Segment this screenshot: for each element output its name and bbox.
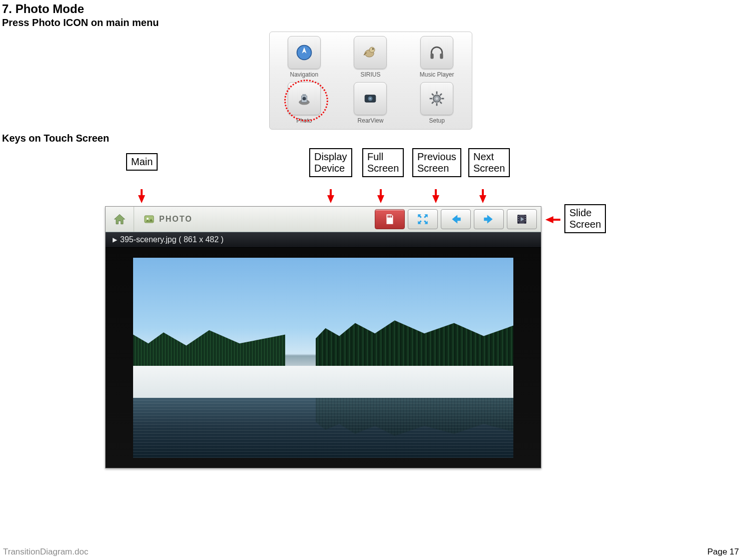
gear-icon: [420, 82, 453, 115]
menu-label: RearView: [358, 117, 384, 124]
filmstrip-icon: [515, 213, 528, 226]
home-icon: [113, 212, 127, 226]
photo-image: [133, 258, 513, 458]
callout-next-screen: Next Screen: [468, 148, 510, 177]
callout-full-screen: Full Screen: [362, 148, 404, 177]
rearview-icon: [354, 82, 387, 115]
svg-line-21: [440, 94, 442, 96]
svg-rect-35: [525, 218, 526, 219]
svg-point-24: [147, 218, 149, 220]
keys-title: Keys on Touch Screen: [2, 133, 739, 144]
camera-icon: [288, 82, 321, 115]
svg-point-7: [299, 100, 310, 105]
menu-item-music[interactable]: Music Player: [407, 36, 467, 78]
svg-point-3: [370, 47, 375, 53]
svg-rect-31: [518, 216, 519, 217]
svg-rect-32: [518, 218, 519, 219]
diagram: Main Display Device Full Screen Previous…: [2, 148, 602, 478]
svg-rect-25: [388, 215, 389, 217]
menu-label: Setup: [429, 117, 444, 124]
menu-label: SIRIUS: [360, 71, 380, 78]
svg-rect-9: [302, 94, 306, 96]
svg-rect-36: [525, 220, 526, 221]
file-info-text: 395-scenery.jpg ( 861 x 482 ): [120, 235, 224, 244]
photo-view[interactable]: [106, 248, 541, 468]
menu-item-setup[interactable]: Setup: [407, 82, 467, 124]
main-button[interactable]: [106, 207, 134, 232]
arrow-right-icon: [482, 213, 495, 226]
footer-page: Page 17: [707, 547, 739, 557]
triangle-icon: ▶: [113, 236, 117, 243]
arrow-icon: [479, 195, 486, 203]
svg-rect-26: [389, 215, 390, 217]
headphones-icon: [420, 36, 453, 69]
callout-slide-screen: Slide Screen: [564, 204, 606, 233]
svg-point-12: [370, 98, 372, 100]
menu-label: Navigation: [290, 71, 318, 78]
svg-line-18: [432, 94, 434, 96]
svg-rect-27: [391, 215, 392, 217]
page-footer: TransitionDiagram.doc Page 17: [3, 547, 739, 557]
arrow-icon: [377, 195, 384, 203]
previous-button[interactable]: [441, 209, 471, 229]
svg-line-19: [440, 102, 442, 104]
menu-item-navigation[interactable]: Navigation: [275, 36, 334, 78]
main-menu-panel: Navigation SIRIUS Music Player Photo Rea…: [269, 32, 472, 130]
photo-title: PHOTO: [134, 213, 202, 225]
menu-label: Music Player: [420, 71, 454, 78]
arrow-icon: [327, 195, 334, 203]
arrow-left-icon: [449, 213, 462, 226]
photo-app-window: PHOTO ▶: [105, 206, 541, 468]
arrow-icon: [138, 195, 145, 203]
full-screen-button[interactable]: [408, 209, 438, 229]
callout-previous-screen: Previous Screen: [412, 148, 461, 177]
svg-point-22: [435, 97, 438, 100]
svg-point-4: [373, 48, 374, 50]
slideshow-button[interactable]: [507, 209, 537, 229]
file-info-bar: ▶ 395-scenery.jpg ( 861 x 482 ): [106, 232, 541, 248]
compass-icon: [288, 36, 321, 69]
callout-main: Main: [126, 153, 158, 171]
photo-icon: [143, 213, 155, 225]
display-device-button[interactable]: [375, 209, 405, 229]
arrow-icon: [432, 195, 439, 203]
next-button[interactable]: [474, 209, 504, 229]
sd-card-icon: [383, 213, 396, 226]
svg-line-20: [432, 102, 434, 104]
footer-doc: TransitionDiagram.doc: [3, 547, 88, 557]
section-subtitle: Press Photo ICON on main menu: [2, 17, 739, 29]
arrow-icon: [545, 216, 553, 223]
section-title: 7. Photo Mode: [2, 2, 739, 16]
menu-item-rearview[interactable]: RearView: [341, 82, 400, 124]
sirius-icon: [354, 36, 387, 69]
svg-rect-5: [431, 54, 434, 59]
callout-display-device: Display Device: [309, 148, 352, 177]
svg-rect-34: [525, 216, 526, 217]
svg-rect-33: [518, 220, 519, 221]
svg-point-8: [302, 97, 306, 100]
svg-rect-6: [440, 54, 443, 59]
menu-item-photo[interactable]: Photo: [275, 82, 334, 124]
menu-item-sirius[interactable]: SIRIUS: [341, 36, 400, 78]
fullscreen-icon: [416, 213, 429, 226]
photo-title-text: PHOTO: [159, 215, 193, 224]
photo-header: PHOTO: [106, 207, 541, 232]
